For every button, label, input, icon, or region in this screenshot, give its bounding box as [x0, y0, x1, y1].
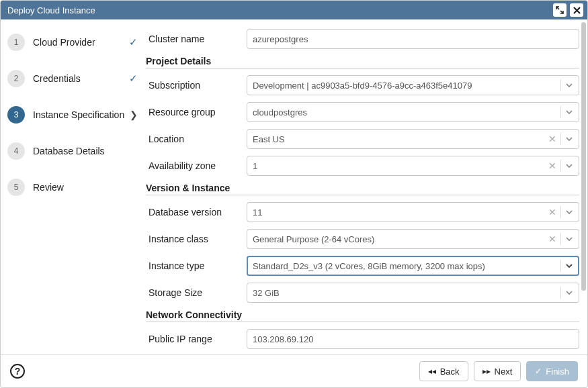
step-label: Cloud Provider [33, 37, 126, 48]
storage-size-label: Storage Size [146, 287, 247, 298]
chevron-down-icon[interactable] [565, 235, 573, 243]
check-icon: ✓ [535, 367, 542, 376]
resource-group-value: cloudpostgres [253, 107, 556, 117]
separator [560, 287, 561, 299]
clear-icon[interactable]: ✕ [548, 234, 556, 244]
chevron-right-icon: ❯ [130, 109, 138, 120]
public-ip-input[interactable] [247, 329, 579, 349]
database-version-select[interactable]: 11 ✕ [247, 202, 579, 222]
resource-group-label: Resource group [146, 107, 247, 117]
finish-label: Finish [546, 367, 569, 377]
step-label: Database Details [33, 146, 138, 156]
titlebar: Deploy Cloud Instance [1, 1, 587, 19]
database-version-label: Database version [146, 207, 247, 217]
separator [560, 206, 561, 218]
rewind-icon: ◂◂ [428, 367, 436, 376]
instance-class-select[interactable]: General Purpose (2-64 vCores) ✕ [247, 229, 579, 249]
chevron-down-icon[interactable] [565, 135, 573, 143]
section-network-connectivity: Network Connectivity [146, 309, 579, 322]
separator [560, 79, 561, 91]
row-storage-size: Storage Size 32 GiB [146, 283, 579, 303]
clear-icon[interactable]: ✕ [548, 134, 556, 144]
chevron-down-icon[interactable] [565, 162, 573, 170]
chevron-down-icon[interactable] [565, 262, 573, 270]
step-number: 4 [7, 142, 25, 160]
check-icon: ✓ [129, 72, 138, 85]
forward-icon: ▸▸ [482, 367, 491, 376]
separator [560, 133, 561, 145]
availability-zone-select[interactable]: 1 ✕ [247, 156, 579, 176]
row-location: Location East US ✕ [146, 129, 579, 149]
step-number: 1 [7, 34, 25, 51]
next-button[interactable]: ▸▸ Next [474, 361, 521, 381]
database-version-value: 11 [253, 207, 548, 217]
section-project-details: Project Details [146, 56, 579, 68]
clear-icon[interactable]: ✕ [548, 207, 556, 217]
row-database-version: Database version 11 ✕ [146, 202, 579, 222]
instance-type-value: Standard_D2s_v3 (2 vCores, 8GiB memory, … [253, 261, 556, 271]
expand-icon[interactable] [553, 3, 566, 17]
resource-group-select[interactable]: cloudpostgres [247, 102, 579, 122]
scrollbar-thumb[interactable] [581, 22, 586, 291]
instance-type-label: Instance type [146, 260, 247, 271]
step-number: 5 [7, 179, 25, 196]
location-select[interactable]: East US ✕ [247, 129, 579, 149]
chevron-down-icon[interactable] [565, 108, 573, 116]
cluster-name-label: Cluster name [146, 34, 247, 44]
instance-class-value: General Purpose (2-64 vCores) [253, 234, 548, 244]
availability-zone-value: 1 [253, 161, 548, 171]
subscription-label: Subscription [146, 80, 247, 91]
location-value: East US [253, 134, 548, 144]
clear-icon[interactable]: ✕ [548, 160, 556, 171]
chevron-down-icon[interactable] [565, 289, 573, 297]
step-number: 2 [7, 70, 25, 87]
step-cloud-provider[interactable]: 1 Cloud Provider ✓ [7, 29, 138, 56]
separator [560, 233, 561, 245]
step-label: Credentials [33, 73, 126, 84]
step-number: 3 [7, 106, 25, 124]
instance-class-label: Instance class [146, 234, 247, 244]
back-button[interactable]: ◂◂ Back [419, 361, 468, 381]
step-database-details[interactable]: 4 Database Details [7, 138, 138, 164]
step-label: Instance Specification [33, 109, 127, 120]
separator [560, 106, 561, 118]
subscription-select[interactable]: Development | ac9903a5-bfd9-4576-a9cc-a4… [247, 75, 579, 95]
chevron-down-icon[interactable] [565, 81, 573, 89]
availability-zone-label: Availability zone [146, 160, 247, 171]
check-icon: ✓ [129, 36, 138, 48]
cluster-name-input[interactable] [247, 29, 579, 49]
step-label: Review [33, 182, 138, 193]
instance-type-select[interactable]: Standard_D2s_v3 (2 vCores, 8GiB memory, … [247, 256, 579, 276]
back-label: Back [440, 367, 460, 377]
section-version-instance: Version & Instance [146, 183, 579, 195]
public-ip-label: Public IP range [146, 334, 247, 344]
row-subscription: Subscription Development | ac9903a5-bfd9… [146, 75, 579, 95]
row-resource-group: Resource group cloudpostgres [146, 102, 579, 122]
finish-button[interactable]: ✓ Finish [526, 361, 578, 381]
chevron-down-icon[interactable] [565, 208, 573, 216]
row-availability-zone: Availability zone 1 ✕ [146, 156, 579, 176]
form-content: Cluster name Project Details Subscriptio… [142, 19, 587, 354]
next-label: Next [495, 367, 513, 377]
row-instance-class: Instance class General Purpose (2-64 vCo… [146, 229, 579, 249]
scrollbar-track[interactable] [581, 21, 587, 353]
step-instance-specification[interactable]: 3 Instance Specification ❯ [7, 101, 138, 128]
window-title: Deploy Cloud Instance [7, 5, 550, 15]
location-label: Location [146, 134, 247, 144]
storage-size-select[interactable]: 32 GiB [247, 283, 579, 303]
separator [560, 260, 561, 272]
step-review[interactable]: 5 Review [7, 174, 138, 201]
separator [560, 160, 561, 172]
wizard-steps: 1 Cloud Provider ✓ 2 Credentials ✓ 3 Ins… [1, 19, 142, 354]
subscription-value: Development | ac9903a5-bfd9-4576-a9cc-a4… [253, 81, 556, 91]
row-instance-type: Instance type Standard_D2s_v3 (2 vCores,… [146, 256, 579, 276]
close-icon[interactable] [570, 3, 583, 17]
row-public-ip: Public IP range [146, 329, 579, 349]
dialog-footer: ? ◂◂ Back ▸▸ Next ✓ Finish [1, 355, 587, 387]
help-icon[interactable]: ? [10, 364, 25, 379]
storage-size-value: 32 GiB [253, 288, 556, 298]
dialog-body: 1 Cloud Provider ✓ 2 Credentials ✓ 3 Ins… [1, 19, 587, 355]
step-credentials[interactable]: 2 Credentials ✓ [7, 65, 138, 92]
row-cluster-name: Cluster name [146, 29, 579, 49]
